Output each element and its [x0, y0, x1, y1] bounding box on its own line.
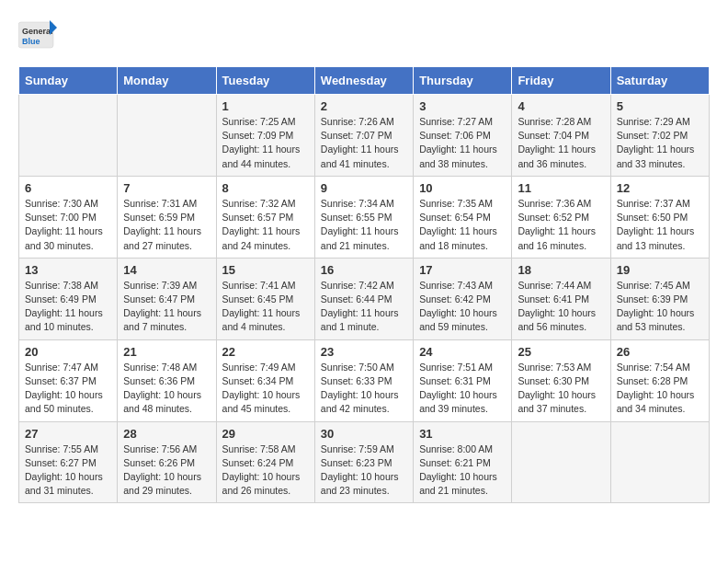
weekday-header-friday: Friday: [512, 67, 610, 95]
day-info: Sunrise: 7:47 AMSunset: 6:37 PMDaylight:…: [25, 361, 111, 417]
day-info: Sunrise: 7:38 AMSunset: 6:49 PMDaylight:…: [25, 279, 111, 335]
day-cell-16: 16Sunrise: 7:42 AMSunset: 6:44 PMDayligh…: [314, 258, 413, 339]
day-info: Sunrise: 7:45 AMSunset: 6:39 PMDaylight:…: [617, 279, 703, 335]
day-cell-22: 22Sunrise: 7:49 AMSunset: 6:34 PMDayligh…: [216, 339, 314, 421]
day-cell-10: 10Sunrise: 7:35 AMSunset: 6:54 PMDayligh…: [414, 176, 512, 258]
week-row-4: 27Sunrise: 7:55 AMSunset: 6:27 PMDayligh…: [19, 421, 710, 503]
day-number: 8: [222, 181, 309, 195]
day-info: Sunrise: 7:43 AMSunset: 6:42 PMDaylight:…: [419, 279, 506, 335]
day-info: Sunrise: 7:48 AMSunset: 6:36 PMDaylight:…: [123, 361, 210, 417]
svg-text:Blue: Blue: [22, 37, 40, 46]
day-number: 19: [617, 263, 703, 277]
day-cell-15: 15Sunrise: 7:41 AMSunset: 6:45 PMDayligh…: [216, 258, 314, 339]
day-number: 14: [123, 263, 210, 277]
day-cell-26: 26Sunrise: 7:54 AMSunset: 6:28 PMDayligh…: [610, 339, 709, 421]
day-cell-7: 7Sunrise: 7:31 AMSunset: 6:59 PMDaylight…: [118, 176, 216, 258]
day-cell-3: 3Sunrise: 7:27 AMSunset: 7:06 PMDaylight…: [414, 95, 512, 177]
weekday-header-saturday: Saturday: [610, 67, 709, 95]
day-info: Sunrise: 7:36 AMSunset: 6:52 PMDaylight:…: [518, 197, 604, 253]
day-number: 16: [321, 263, 407, 277]
day-info: Sunrise: 7:55 AMSunset: 6:27 PMDaylight:…: [25, 442, 111, 499]
day-info: Sunrise: 7:51 AMSunset: 6:31 PMDaylight:…: [419, 361, 506, 417]
day-cell-12: 12Sunrise: 7:37 AMSunset: 6:50 PMDayligh…: [610, 176, 709, 258]
day-number: 2: [321, 99, 407, 113]
day-info: Sunrise: 7:50 AMSunset: 6:33 PMDaylight:…: [321, 361, 407, 417]
day-number: 15: [222, 263, 309, 277]
day-cell-18: 18Sunrise: 7:44 AMSunset: 6:41 PMDayligh…: [512, 258, 610, 339]
day-info: Sunrise: 7:26 AMSunset: 7:07 PMDaylight:…: [321, 115, 407, 171]
week-row-0: 1Sunrise: 7:25 AMSunset: 7:09 PMDaylight…: [19, 95, 710, 177]
day-number: 12: [617, 181, 703, 195]
day-info: Sunrise: 7:35 AMSunset: 6:54 PMDaylight:…: [419, 197, 506, 253]
empty-cell: [118, 95, 216, 177]
day-cell-29: 29Sunrise: 7:58 AMSunset: 6:24 PMDayligh…: [216, 421, 314, 503]
day-cell-19: 19Sunrise: 7:45 AMSunset: 6:39 PMDayligh…: [610, 258, 709, 339]
day-info: Sunrise: 7:25 AMSunset: 7:09 PMDaylight:…: [222, 115, 309, 171]
day-number: 10: [419, 181, 506, 195]
weekday-header-monday: Monday: [118, 67, 216, 95]
day-info: Sunrise: 7:30 AMSunset: 7:00 PMDaylight:…: [25, 197, 111, 253]
day-number: 24: [419, 345, 506, 359]
day-info: Sunrise: 7:53 AMSunset: 6:30 PMDaylight:…: [518, 361, 604, 417]
svg-text:General: General: [22, 27, 53, 36]
day-info: Sunrise: 7:39 AMSunset: 6:47 PMDaylight:…: [123, 279, 210, 335]
weekday-header-row: SundayMondayTuesdayWednesdayThursdayFrid…: [19, 67, 710, 95]
day-info: Sunrise: 7:44 AMSunset: 6:41 PMDaylight:…: [518, 279, 604, 335]
day-number: 28: [123, 427, 210, 441]
logo-icon: General Blue: [18, 18, 57, 52]
day-cell-25: 25Sunrise: 7:53 AMSunset: 6:30 PMDayligh…: [512, 339, 610, 421]
day-number: 25: [518, 345, 604, 359]
day-info: Sunrise: 7:42 AMSunset: 6:44 PMDaylight:…: [321, 279, 407, 335]
day-cell-8: 8Sunrise: 7:32 AMSunset: 6:57 PMDaylight…: [216, 176, 314, 258]
day-info: Sunrise: 7:49 AMSunset: 6:34 PMDaylight:…: [222, 361, 309, 417]
weekday-header-wednesday: Wednesday: [314, 67, 413, 95]
day-number: 7: [123, 181, 210, 195]
day-number: 18: [518, 263, 604, 277]
day-number: 21: [123, 345, 210, 359]
day-info: Sunrise: 7:41 AMSunset: 6:45 PMDaylight:…: [222, 279, 309, 335]
day-info: Sunrise: 7:56 AMSunset: 6:26 PMDaylight:…: [123, 442, 210, 499]
weekday-header-tuesday: Tuesday: [216, 67, 314, 95]
day-cell-1: 1Sunrise: 7:25 AMSunset: 7:09 PMDaylight…: [216, 95, 314, 177]
day-info: Sunrise: 7:37 AMSunset: 6:50 PMDaylight:…: [617, 197, 703, 253]
day-number: 23: [321, 345, 407, 359]
day-info: Sunrise: 7:28 AMSunset: 7:04 PMDaylight:…: [518, 115, 604, 171]
day-cell-5: 5Sunrise: 7:29 AMSunset: 7:02 PMDaylight…: [610, 95, 709, 177]
weekday-header-thursday: Thursday: [414, 67, 512, 95]
day-number: 29: [222, 427, 309, 441]
empty-cell: [512, 421, 610, 503]
day-number: 11: [518, 181, 604, 195]
day-cell-11: 11Sunrise: 7:36 AMSunset: 6:52 PMDayligh…: [512, 176, 610, 258]
day-info: Sunrise: 7:31 AMSunset: 6:59 PMDaylight:…: [123, 197, 210, 253]
day-number: 5: [617, 99, 703, 113]
logo: General Blue: [18, 18, 57, 52]
week-row-3: 20Sunrise: 7:47 AMSunset: 6:37 PMDayligh…: [19, 339, 710, 421]
day-info: Sunrise: 7:58 AMSunset: 6:24 PMDaylight:…: [222, 442, 309, 499]
weekday-header-sunday: Sunday: [19, 67, 118, 95]
day-cell-4: 4Sunrise: 7:28 AMSunset: 7:04 PMDaylight…: [512, 95, 610, 177]
day-info: Sunrise: 7:29 AMSunset: 7:02 PMDaylight:…: [617, 115, 703, 171]
day-cell-13: 13Sunrise: 7:38 AMSunset: 6:49 PMDayligh…: [19, 258, 118, 339]
day-cell-20: 20Sunrise: 7:47 AMSunset: 6:37 PMDayligh…: [19, 339, 118, 421]
day-cell-21: 21Sunrise: 7:48 AMSunset: 6:36 PMDayligh…: [118, 339, 216, 421]
day-cell-9: 9Sunrise: 7:34 AMSunset: 6:55 PMDaylight…: [314, 176, 413, 258]
day-cell-28: 28Sunrise: 7:56 AMSunset: 6:26 PMDayligh…: [118, 421, 216, 503]
day-number: 20: [25, 345, 111, 359]
day-cell-27: 27Sunrise: 7:55 AMSunset: 6:27 PMDayligh…: [19, 421, 118, 503]
day-number: 27: [25, 427, 111, 441]
day-cell-2: 2Sunrise: 7:26 AMSunset: 7:07 PMDaylight…: [314, 95, 413, 177]
empty-cell: [610, 421, 709, 503]
day-cell-23: 23Sunrise: 7:50 AMSunset: 6:33 PMDayligh…: [314, 339, 413, 421]
day-number: 31: [419, 427, 506, 441]
empty-cell: [19, 95, 118, 177]
day-number: 1: [222, 99, 309, 113]
page-header: General Blue: [18, 18, 710, 52]
calendar-table: SundayMondayTuesdayWednesdayThursdayFrid…: [18, 66, 710, 503]
day-info: Sunrise: 7:34 AMSunset: 6:55 PMDaylight:…: [321, 197, 407, 253]
day-number: 3: [419, 99, 506, 113]
day-info: Sunrise: 7:32 AMSunset: 6:57 PMDaylight:…: [222, 197, 309, 253]
day-cell-14: 14Sunrise: 7:39 AMSunset: 6:47 PMDayligh…: [118, 258, 216, 339]
day-info: Sunrise: 7:27 AMSunset: 7:06 PMDaylight:…: [419, 115, 506, 171]
day-info: Sunrise: 7:59 AMSunset: 6:23 PMDaylight:…: [321, 442, 407, 499]
day-cell-6: 6Sunrise: 7:30 AMSunset: 7:00 PMDaylight…: [19, 176, 118, 258]
